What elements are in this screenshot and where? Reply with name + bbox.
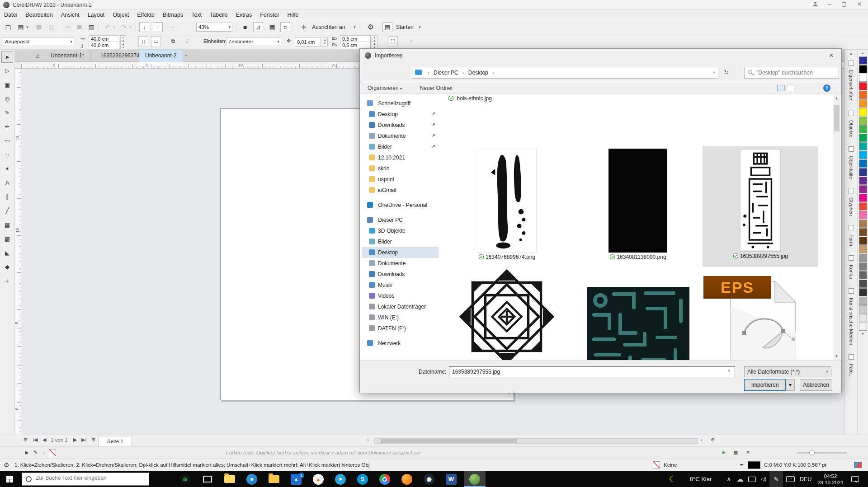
palette-slider-handle[interactable]	[809, 450, 815, 455]
palette-swatch[interactable]	[859, 151, 867, 159]
sidebar-item[interactable]: usprint	[362, 174, 439, 185]
sidebar-item[interactable]: DATEN (F:)	[362, 323, 439, 334]
docker-tab[interactable]: Objekte	[845, 111, 857, 142]
menu-item[interactable]: Ansicht	[57, 10, 84, 20]
sidebar-item[interactable]: Dieser PC	[362, 215, 439, 225]
menu-item[interactable]: Datei	[0, 10, 21, 20]
taskbar-search[interactable]	[22, 473, 149, 486]
sidebar-item[interactable]: Downloads	[362, 120, 439, 131]
back-icon[interactable]: ←	[365, 53, 372, 60]
pen-tablet-icon[interactable]: ✎	[769, 471, 783, 487]
ruler-origin-corner[interactable]	[15, 62, 21, 69]
touch-keyboard-icon[interactable]: •••	[784, 471, 797, 487]
taskbar-app-folder[interactable]	[263, 471, 285, 487]
taskbar-app-steam[interactable]: ◉	[418, 471, 440, 487]
sidebar-item[interactable]: 12.10.2021	[362, 152, 439, 163]
menu-item[interactable]: Objekt	[108, 10, 133, 20]
filetype-combo[interactable]: Alle Dateiformate (*.*) ˅	[744, 366, 831, 377]
forward-icon[interactable]: →	[379, 53, 385, 60]
scroll-up-icon[interactable]: ▲	[833, 96, 840, 100]
page-tab[interactable]: Seite 1	[99, 436, 132, 447]
nudge-field[interactable]: 0,01 cm	[295, 37, 321, 47]
taskbar-app-telegram[interactable]: ➤	[330, 471, 351, 487]
palette-swatch[interactable]	[859, 194, 867, 202]
add-page-after-icon[interactable]: ⊞	[91, 437, 95, 443]
grid-toggle-icon[interactable]: ▦	[267, 22, 278, 33]
eyedropper-tool[interactable]: ◣	[1, 247, 13, 259]
menu-item[interactable]: Extras	[232, 10, 256, 20]
hscroll-thumb[interactable]	[381, 439, 517, 443]
landscape-button[interactable]: ▭	[151, 36, 161, 47]
palette-swatch[interactable]	[859, 82, 867, 90]
add-page-before-icon[interactable]: ⊞	[24, 437, 28, 443]
page-preset-combo[interactable]: Angepasst▾	[3, 37, 74, 46]
sidebar-item[interactable]: Desktop	[362, 247, 439, 258]
palette-swatch[interactable]	[859, 168, 867, 176]
nudge-stepper[interactable]: ▴▾	[322, 37, 328, 47]
crop-tool[interactable]: ▣	[1, 79, 13, 91]
text-tool[interactable]: A	[1, 177, 13, 189]
pen-tool[interactable]: ╱	[1, 205, 13, 217]
menu-item[interactable]: Tabelle	[206, 10, 232, 20]
next-page-icon[interactable]: ▶	[73, 437, 77, 443]
menu-item[interactable]: Hilfe	[283, 10, 303, 20]
add-toolbar-button[interactable]: +	[407, 36, 417, 47]
maximize-button[interactable]: ▢	[837, 1, 851, 7]
last-page-icon[interactable]: ▶|	[81, 437, 86, 443]
scroll-down-icon[interactable]: ▼	[833, 354, 840, 358]
fullscreen-preview-icon[interactable]: ■	[240, 22, 250, 33]
help-icon[interactable]: ?	[823, 84, 830, 92]
ellipse-tool[interactable]: ○	[1, 149, 13, 161]
color-proof-icon[interactable]	[854, 462, 862, 468]
launcher-icon[interactable]: ▤	[382, 22, 392, 32]
new-document-icon[interactable]: ▢	[3, 22, 14, 33]
taskbar-app-task-view[interactable]	[197, 471, 218, 487]
docker-tab[interactable]: Objektstile	[845, 146, 857, 184]
docker-tab[interactable]: Künstlerische Medien	[845, 288, 857, 350]
docker-tab[interactable]: Kontur	[845, 255, 857, 284]
copy-icon[interactable]: ▣	[74, 22, 85, 33]
start-dropdown[interactable]: Starten	[396, 24, 414, 30]
palette-swatch[interactable]	[859, 202, 867, 211]
doc-tab-1[interactable]: Unbenannt-1*	[44, 50, 91, 62]
rectangle-tool[interactable]: ▭	[1, 135, 13, 147]
palette-swatch[interactable]	[859, 323, 867, 331]
zoom-tool[interactable]: ◎	[1, 93, 13, 105]
import-options-dropdown[interactable]: ▾	[786, 379, 795, 391]
home-tab-icon[interactable]: ⌂	[32, 50, 44, 62]
redo-icon[interactable]: ↷	[118, 22, 129, 33]
palette-swatch[interactable]	[859, 177, 867, 185]
vertical-ruler[interactable]	[15, 69, 21, 435]
docker-tab[interactable]: Pale...	[845, 354, 857, 383]
file-list-scrollbar[interactable]: ▲ ▼	[833, 94, 840, 360]
palette-swatch[interactable]	[859, 237, 867, 245]
menu-item[interactable]: Text	[187, 10, 206, 20]
palette-swatch[interactable]	[859, 254, 867, 262]
polygon-tool[interactable]: ✶	[1, 163, 13, 175]
open-icon[interactable]: ▤	[15, 22, 26, 33]
refresh-icon[interactable]: ↻	[724, 69, 729, 76]
signin-icon[interactable]	[808, 1, 822, 8]
artistic-media-tool[interactable]: ✒	[1, 121, 13, 133]
units-combo[interactable]: Zentimeter▾	[226, 37, 281, 46]
palette-swatch[interactable]	[859, 108, 867, 116]
file-item-partial[interactable]: bols-ethnic.jpg	[448, 95, 492, 102]
taskbar-app-photos[interactable]: ▲1	[285, 471, 307, 487]
palette-swatch[interactable]	[859, 56, 867, 65]
pdf-icon[interactable]: PDF	[166, 22, 177, 33]
filename-input[interactable]	[449, 366, 735, 377]
palette-swatch[interactable]	[859, 228, 867, 236]
view-thumbnails-icon[interactable]	[777, 85, 785, 91]
taskbar-app-skype[interactable]: S	[352, 471, 373, 487]
open-palette-icon[interactable]: ▦	[733, 450, 738, 455]
snap-dropdown-icon[interactable]: ▾	[354, 25, 356, 29]
palette-swatch[interactable]	[859, 297, 867, 305]
start-dropdown-icon[interactable]: ▾	[419, 25, 421, 29]
file-item[interactable]: 1634081138090.png	[575, 149, 701, 261]
palette-swatch[interactable]	[859, 91, 867, 99]
organize-menu[interactable]: Organisieren	[368, 85, 399, 91]
breadcrumb-root[interactable]: Dieser PC	[434, 70, 458, 76]
sidebar-item[interactable]: Dokumente	[362, 258, 439, 269]
palette-swatch[interactable]	[859, 125, 867, 133]
palette-swatch[interactable]	[859, 280, 867, 288]
